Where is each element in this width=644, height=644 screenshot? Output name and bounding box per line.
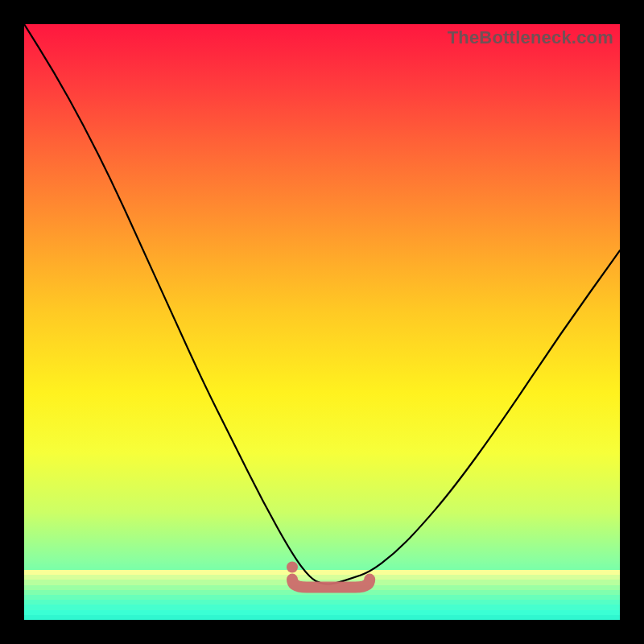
plot-frame: TheBottleneck.com: [24, 24, 620, 620]
curve-svg: [24, 24, 620, 620]
watermark-text: TheBottleneck.com: [448, 27, 613, 48]
bottleneck-curve: [24, 24, 620, 584]
trough-start-dot: [287, 562, 298, 573]
trough-highlight: [292, 580, 369, 588]
